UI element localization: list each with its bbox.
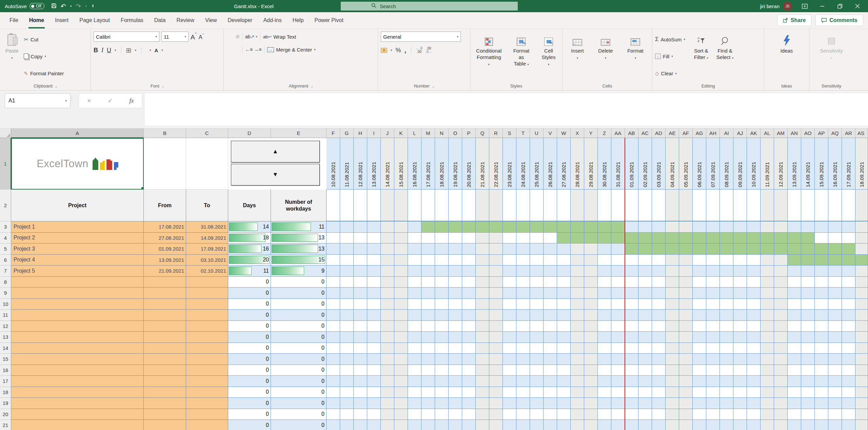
gantt-cell[interactable] bbox=[652, 243, 666, 255]
row-header-20[interactable]: 20 bbox=[0, 409, 11, 420]
table-header-cell[interactable]: Days bbox=[228, 190, 271, 221]
gantt-cell[interactable] bbox=[571, 233, 584, 244]
gantt-cell[interactable] bbox=[435, 398, 449, 409]
gantt-cell[interactable] bbox=[855, 420, 868, 430]
gantt-cell[interactable] bbox=[571, 343, 584, 354]
gantt-header-gap-cell[interactable] bbox=[408, 190, 421, 221]
gantt-cell[interactable] bbox=[544, 277, 557, 288]
gantt-cell[interactable] bbox=[761, 299, 774, 310]
gantt-cell[interactable] bbox=[679, 321, 693, 332]
gantt-cell[interactable] bbox=[733, 321, 747, 332]
gantt-cell[interactable] bbox=[435, 310, 449, 321]
gantt-cell[interactable] bbox=[733, 409, 747, 420]
gantt-cell[interactable] bbox=[801, 332, 815, 343]
gantt-cell[interactable] bbox=[489, 243, 503, 255]
days-cell[interactable]: 0 bbox=[228, 310, 271, 321]
gantt-cell[interactable] bbox=[774, 221, 788, 233]
gantt-cell[interactable] bbox=[652, 365, 666, 376]
days-cell[interactable]: 0 bbox=[228, 332, 271, 343]
gantt-cell[interactable] bbox=[327, 277, 340, 288]
gantt-cell[interactable] bbox=[516, 343, 530, 354]
gantt-cell[interactable] bbox=[788, 398, 801, 409]
gantt-cell[interactable] bbox=[327, 398, 340, 409]
gantt-cell[interactable] bbox=[544, 233, 557, 244]
gantt-cell[interactable] bbox=[788, 409, 801, 420]
gantt-cell[interactable] bbox=[625, 409, 638, 420]
gantt-cell[interactable] bbox=[544, 420, 557, 430]
gantt-cell[interactable] bbox=[354, 255, 367, 266]
gantt-cell[interactable] bbox=[381, 343, 394, 354]
date-header-cell[interactable]: 17.09.2021 bbox=[842, 138, 855, 190]
gantt-cell[interactable] bbox=[598, 376, 611, 387]
gantt-cell[interactable] bbox=[408, 255, 421, 266]
gantt-cell[interactable] bbox=[584, 288, 598, 299]
gantt-cell[interactable] bbox=[720, 277, 733, 288]
date-header-cell[interactable]: 10.08.2021 bbox=[327, 138, 340, 190]
gantt-cell[interactable] bbox=[571, 299, 584, 310]
gantt-cell[interactable] bbox=[611, 255, 625, 266]
gantt-cell[interactable] bbox=[652, 266, 666, 277]
gantt-cell[interactable] bbox=[774, 398, 788, 409]
row-header-16[interactable]: 16 bbox=[0, 365, 11, 376]
gantt-cell[interactable] bbox=[340, 321, 354, 332]
gantt-cell[interactable] bbox=[761, 398, 774, 409]
gantt-cell[interactable] bbox=[733, 332, 747, 343]
gantt-cell[interactable] bbox=[503, 409, 516, 420]
days-cell[interactable]: 0 bbox=[228, 321, 271, 332]
gantt-cell[interactable] bbox=[801, 277, 815, 288]
gantt-cell[interactable] bbox=[367, 376, 381, 387]
gantt-cell[interactable] bbox=[557, 299, 571, 310]
gantt-cell[interactable] bbox=[638, 321, 652, 332]
gantt-cell[interactable] bbox=[354, 221, 367, 233]
gantt-cell[interactable] bbox=[842, 255, 855, 266]
gantt-cell[interactable] bbox=[449, 398, 462, 409]
gantt-cell[interactable] bbox=[828, 233, 842, 244]
tab-add-ins[interactable]: Add-ins bbox=[258, 12, 286, 28]
gantt-cell[interactable] bbox=[327, 255, 340, 266]
gantt-cell[interactable] bbox=[381, 409, 394, 420]
gantt-header-gap-cell[interactable] bbox=[530, 190, 544, 221]
gantt-cell[interactable] bbox=[828, 310, 842, 321]
gantt-cell[interactable] bbox=[544, 365, 557, 376]
gantt-cell[interactable] bbox=[476, 354, 489, 365]
gantt-header-gap-cell[interactable] bbox=[842, 190, 855, 221]
gantt-cell[interactable] bbox=[720, 398, 733, 409]
date-header-cell[interactable]: 21.08.2021 bbox=[476, 138, 489, 190]
gantt-cell[interactable] bbox=[720, 420, 733, 430]
gantt-header-gap-cell[interactable] bbox=[557, 190, 571, 221]
days-cell[interactable]: 20 bbox=[228, 255, 271, 266]
workdays-cell[interactable]: 15 bbox=[271, 255, 327, 266]
gantt-cell[interactable] bbox=[381, 354, 394, 365]
tab-file[interactable]: File bbox=[5, 12, 23, 28]
gantt-cell[interactable] bbox=[421, 409, 435, 420]
gantt-cell[interactable] bbox=[408, 321, 421, 332]
gantt-cell[interactable] bbox=[408, 387, 421, 398]
copy-dropdown-icon[interactable]: ▾ bbox=[44, 55, 46, 58]
gantt-cell[interactable] bbox=[761, 343, 774, 354]
gantt-cell[interactable] bbox=[611, 387, 625, 398]
gantt-cell[interactable] bbox=[625, 299, 638, 310]
gantt-cell[interactable] bbox=[679, 387, 693, 398]
gantt-cell[interactable] bbox=[706, 277, 720, 288]
workdays-cell[interactable]: 11 bbox=[271, 221, 327, 233]
project-name-cell[interactable] bbox=[11, 354, 144, 365]
gantt-cell[interactable] bbox=[476, 343, 489, 354]
italic-button[interactable]: I bbox=[101, 47, 103, 54]
percent-style-button[interactable]: % bbox=[396, 47, 401, 54]
copy-button[interactable]: Copy ▾ bbox=[24, 51, 64, 61]
gantt-cell[interactable] bbox=[476, 376, 489, 387]
gantt-cell[interactable] bbox=[761, 321, 774, 332]
row-header-14[interactable]: 14 bbox=[0, 343, 11, 354]
gantt-cell[interactable] bbox=[774, 243, 788, 255]
gantt-cell[interactable] bbox=[693, 354, 706, 365]
account-menu[interactable]: jiri beran JB bbox=[760, 2, 792, 11]
gantt-cell[interactable] bbox=[720, 255, 733, 266]
gantt-cell[interactable] bbox=[449, 376, 462, 387]
gantt-cell[interactable] bbox=[842, 420, 855, 430]
workdays-cell[interactable]: 0 bbox=[271, 365, 327, 376]
gantt-cell[interactable] bbox=[408, 277, 421, 288]
gantt-cell[interactable] bbox=[788, 243, 801, 255]
date-header-cell[interactable]: 16.08.2021 bbox=[408, 138, 421, 190]
gantt-cell[interactable] bbox=[666, 288, 679, 299]
gantt-cell[interactable] bbox=[557, 354, 571, 365]
